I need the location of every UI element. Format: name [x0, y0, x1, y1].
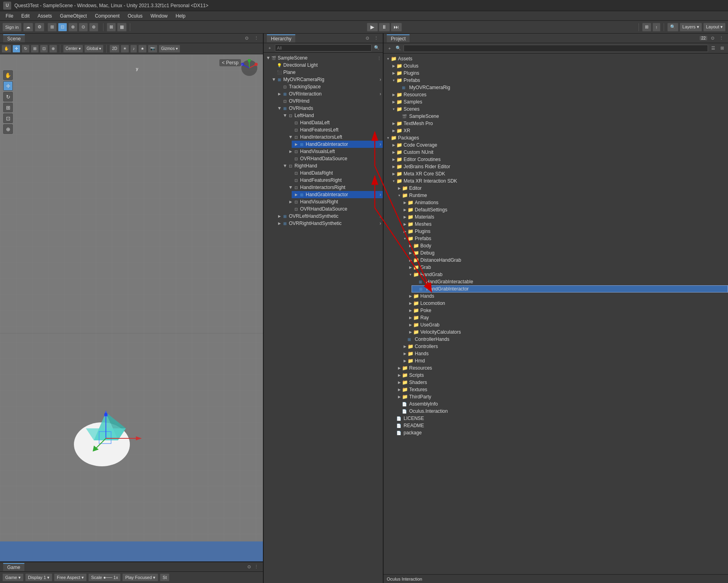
toggle-defaultsettings[interactable]: ▶	[402, 207, 408, 213]
tab-project[interactable]: Project	[387, 34, 410, 42]
collab[interactable]: ↑	[652, 23, 660, 32]
project-resources-pkg[interactable]: ▶ 📁 Resources	[395, 364, 728, 372]
toggle-code-coverage[interactable]: ▶	[391, 142, 396, 148]
tree-ovrrighthandsynthetic[interactable]: ▶ ⊞ OVRRightHandSynthetic ›	[275, 220, 383, 227]
tool-hand[interactable]: ✋	[3, 70, 13, 80]
project-plugins[interactable]: ▶ 📁 Plugins	[389, 70, 728, 77]
tool-rotate[interactable]: ↻	[3, 92, 13, 101]
toggle-animations[interactable]: ▶	[402, 200, 408, 205]
hand-tool[interactable]: ✋	[2, 45, 11, 53]
global-local-btn[interactable]: Global ▾	[84, 45, 104, 53]
scale-tool[interactable]: ⊞	[31, 45, 39, 53]
tab-scene[interactable]: Scene	[3, 34, 25, 42]
tree-samplescene[interactable]: ▶ 🎬 SampleScene ⋮	[264, 54, 383, 62]
project-packages[interactable]: ▾ 📁 Packages	[384, 134, 728, 141]
toggle-packages[interactable]: ▾	[385, 135, 391, 141]
project-search-icon[interactable]: 🔍	[395, 45, 402, 52]
hierarchy-content[interactable]: ▶ 🎬 SampleScene ⋮ 💡 Directional Light ⬛ …	[264, 53, 383, 583]
hierarchy-search-icon[interactable]: 🔍	[373, 44, 380, 52]
project-hands-folder[interactable]: ▶ 📁 Hands	[406, 292, 728, 300]
project-content[interactable]: ▾ 📁 Assets ▶ 📁 Oculus ▶ 📁 Plugins ▾ 📁 Pr…	[384, 54, 728, 574]
tree-ovrhands[interactable]: ▶ ⊞ OVRHands	[275, 105, 383, 112]
tree-handfeaturesright[interactable]: ⊡ HandFeaturesRight	[286, 177, 383, 184]
project-textures[interactable]: ▶ 📁 Textures	[395, 386, 728, 393]
toggle-resources-pkg[interactable]: ▶	[396, 365, 402, 371]
toggle-plugins-rt[interactable]: ▶	[402, 229, 408, 234]
display-dropdown[interactable]: Display 1 ▾	[25, 573, 52, 581]
tree-directional-light[interactable]: 💡 Directional Light	[269, 62, 383, 69]
tree-handvisualsright[interactable]: ▶ ⊡ HandVisualsRight	[286, 198, 383, 205]
toggle-hir[interactable]: ▶	[288, 185, 293, 190]
step-button[interactable]: ⏭	[391, 23, 402, 32]
toggle-body[interactable]: ▶	[408, 243, 413, 249]
project-hmd[interactable]: ▶ 📁 Hmd	[400, 357, 728, 364]
toggle-lefthand[interactable]: ▶	[282, 113, 288, 118]
project-prefabs-rt[interactable]: ▾ 📁 Prefabs	[400, 235, 728, 242]
2d-toggle[interactable]: 2D	[109, 45, 119, 53]
project-meta-xr-core[interactable]: ▶ 📁 Meta XR Core SDK	[389, 170, 728, 177]
pause-button[interactable]: ⏸	[379, 23, 390, 32]
toggle-scenes[interactable]: ▾	[391, 106, 396, 112]
project-controllerhands[interactable]: ⊞ ControllerHands	[400, 336, 728, 343]
project-jetbrains-rider[interactable]: ▶ 📁 JetBrains Rider Editor	[389, 163, 728, 170]
tool-rect[interactable]: ⊡	[3, 113, 13, 123]
menu-gameobject[interactable]: GameObject	[56, 12, 91, 20]
menu-assets[interactable]: Assets	[34, 12, 56, 20]
project-assets[interactable]: ▾ 📁 Assets	[384, 55, 728, 62]
toggle-orhs[interactable]: ▶	[276, 221, 282, 226]
project-shaders[interactable]: ▶ 📁 Shaders	[395, 379, 728, 386]
settings-button[interactable]: ⚙	[35, 23, 44, 32]
project-locomotion[interactable]: ▶ 📁 Locomotion	[406, 300, 728, 307]
menu-component[interactable]: Component	[91, 12, 123, 20]
toggle-handgrab[interactable]: ▾	[408, 272, 413, 277]
tree-handinteractorsright[interactable]: ▶ ⊡ HandInteractorsRight	[286, 184, 383, 191]
toggle-hil[interactable]: ▶	[288, 134, 293, 140]
tree-handinteractorsleft[interactable]: ▶ ⊡ HandInteractorsLeft	[286, 133, 383, 141]
hierarchy-menu[interactable]: ⋮	[372, 35, 380, 42]
toggle-jetbrains[interactable]: ▶	[391, 164, 396, 169]
tree-handgrabinteractor-r[interactable]: ▶ ⊞ HandGrabInteractor ›	[292, 191, 383, 198]
project-defaultsettings[interactable]: ▶ 📁 DefaultSettings	[400, 206, 728, 213]
project-license[interactable]: 📄 LICENSE	[389, 415, 728, 422]
project-scripts[interactable]: ▶ 📁 Scripts	[395, 372, 728, 379]
project-editor-coroutines[interactable]: ▶ 📁 Editor Coroutines	[389, 156, 728, 163]
tree-handfeaturesleft[interactable]: ⊡ HandFeaturesLeft	[286, 126, 383, 133]
toggle-textmeshpro[interactable]: ▶	[391, 121, 396, 126]
project-prefabs[interactable]: ▾ 📁 Prefabs	[389, 77, 728, 84]
toggle-distancehandgrab[interactable]: ▶	[408, 257, 413, 263]
toggle-ovrinteraction[interactable]: ▶	[276, 91, 282, 97]
audio-toggle[interactable]: ♪	[130, 45, 137, 53]
transform-tool-2[interactable]: ⊕	[49, 45, 57, 53]
cloud-build[interactable]: ⊞	[642, 23, 651, 32]
toggle-meta-xr-core[interactable]: ▶	[391, 171, 396, 177]
project-search-input[interactable]	[404, 45, 708, 52]
tree-trackingspace[interactable]: ⊡ TrackingSpace	[275, 83, 383, 90]
toggle-runtime-pkg[interactable]: ▾	[396, 193, 402, 198]
project-resources[interactable]: ▶ 📁 Resources	[389, 91, 728, 98]
lighting-toggle[interactable]: ☀	[121, 45, 129, 53]
project-runtime-pkg[interactable]: ▾ 📁 Runtime	[395, 192, 728, 199]
toggle-xr[interactable]: ▶	[391, 128, 396, 133]
toggle-shaders[interactable]: ▶	[396, 380, 402, 385]
project-xr[interactable]: ▶ 📁 XR	[389, 127, 728, 134]
project-menu[interactable]: ⋮	[718, 35, 725, 42]
global-tool[interactable]: ⊛	[89, 23, 98, 32]
gizmos-btn[interactable]: Gizmos ▾	[159, 45, 180, 53]
tool-move[interactable]: ✛	[3, 81, 13, 91]
tab-game[interactable]: Game	[3, 563, 24, 571]
project-grab[interactable]: ▶ 📁 Grab	[406, 264, 728, 271]
rect-tool[interactable]: ⊡	[58, 23, 67, 32]
toggle-prefabs[interactable]: ▾	[391, 78, 396, 83]
rotate-tool[interactable]: ↻	[22, 45, 30, 53]
project-code-coverage[interactable]: ▶ 📁 Code Coverage	[389, 141, 728, 149]
toggle-assets[interactable]: ▾	[385, 56, 391, 62]
play-focused-dropdown[interactable]: Play Focused ▾	[122, 573, 158, 581]
search-btn[interactable]: 🔍	[667, 23, 678, 32]
toggle-materials[interactable]: ▶	[402, 214, 408, 220]
project-add-btn[interactable]: +	[386, 45, 393, 52]
project-usegrab[interactable]: ▶ 📁 UseGrab	[406, 321, 728, 328]
scene-panel-menu[interactable]: ⋮	[253, 35, 260, 42]
tree-ovrlefthandsynthetic[interactable]: ▶ ⊞ OVRLeftHandSynthetic ›	[275, 213, 383, 220]
layout-btn[interactable]: Layout ▾	[703, 23, 726, 32]
tool-scale[interactable]: ⊞	[3, 103, 13, 112]
